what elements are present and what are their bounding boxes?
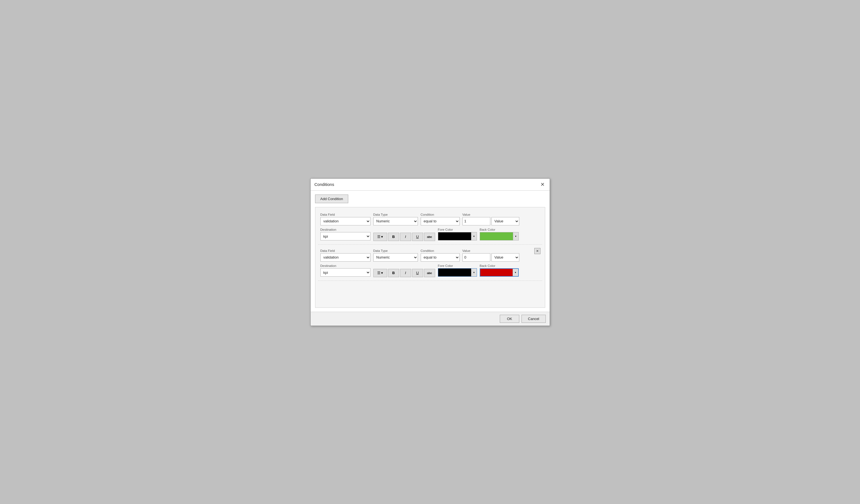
back-color-swatch [480, 232, 513, 240]
ok-button[interactable]: OK [500, 315, 519, 323]
fore-color-swatch [438, 232, 471, 240]
data-field-group: Data Field validation [320, 249, 371, 262]
back-color-label: Back Color [480, 264, 519, 267]
back-color-button[interactable]: ▾ [480, 268, 519, 277]
destination-select[interactable]: kpi [320, 232, 371, 240]
underline-button[interactable]: U [412, 269, 423, 277]
destination-label: Destination [320, 228, 371, 231]
dialog-title: Conditions [315, 182, 334, 187]
data-field-group: Data Field validation [320, 213, 371, 225]
condition-label: Condition [421, 213, 460, 216]
strikethrough-button[interactable]: abc [424, 233, 435, 241]
format-toolbar-group: ☰ ▾ B I U abc [373, 228, 435, 241]
chevron-down-icon: ▾ [381, 235, 383, 239]
dialog-close-button[interactable]: ✕ [539, 181, 546, 188]
condition-bottom-row: Destination kpi ☰ ▾ B [320, 264, 540, 277]
fore-color-swatch [438, 269, 471, 276]
data-type-group: Data Type Numeric [373, 249, 418, 262]
condition-label: Condition [421, 249, 460, 252]
data-field-select[interactable]: validation [320, 217, 371, 225]
value-input[interactable] [462, 253, 490, 262]
bold-button[interactable]: B [388, 233, 399, 241]
fore-color-label: Fore Color [438, 264, 477, 267]
italic-button[interactable]: I [400, 233, 411, 241]
dialog-body: Add Condition Data Field validation [311, 191, 550, 312]
fore-color-label: Fore Color [438, 228, 477, 231]
list-icon: ☰ [377, 271, 381, 275]
title-bar: Conditions ✕ [311, 179, 550, 191]
cancel-button[interactable]: Cancel [521, 315, 545, 323]
condition-row: ✕ Data Field validation Data Type [318, 246, 542, 281]
condition-select[interactable]: equal to [421, 253, 460, 262]
chevron-down-icon: ▾ [381, 271, 383, 275]
back-color-swatch [480, 269, 513, 276]
fore-color-button[interactable]: ▾ [438, 232, 477, 240]
data-field-select[interactable]: validation [320, 253, 371, 262]
data-type-label: Data Type [373, 249, 418, 252]
value-label: Value [462, 213, 519, 216]
underline-button[interactable]: U [412, 233, 423, 241]
list-icon: ☰ [377, 235, 381, 239]
value-group: Value Value [462, 249, 519, 262]
strikethrough-button[interactable]: abc [424, 269, 435, 277]
condition-close-button[interactable]: ✕ [534, 248, 541, 254]
value-group: Value Value [462, 213, 519, 225]
destination-label: Destination [320, 264, 371, 267]
condition-bottom-row: Destination kpi ☰ ▾ B [320, 228, 540, 241]
condition-top-row: Data Field validation Data Type Numeric [320, 249, 540, 262]
back-color-arrow: ▾ [513, 232, 518, 240]
data-type-group: Data Type Numeric [373, 213, 418, 225]
data-type-label: Data Type [373, 213, 418, 216]
back-color-label: Back Color [480, 228, 519, 231]
bold-button[interactable]: B [388, 269, 399, 277]
destination-group: Destination kpi [320, 228, 371, 240]
condition-select[interactable]: equal to [421, 217, 460, 225]
back-color-group: Back Color ▾ [480, 264, 519, 277]
data-type-select[interactable]: Numeric [373, 217, 418, 225]
condition-group: Condition equal to [421, 249, 460, 262]
list-format-button[interactable]: ☰ ▾ [373, 269, 387, 277]
data-field-label: Data Field [320, 213, 371, 216]
back-color-arrow: ▾ [513, 269, 518, 276]
condition-group: Condition equal to [421, 213, 460, 225]
condition-top-row: Data Field validation Data Type Numeric [320, 213, 540, 225]
value-input[interactable] [462, 217, 490, 225]
conditions-area: Data Field validation Data Type Numeric [315, 207, 545, 308]
fore-color-group: Fore Color ▾ [438, 264, 477, 277]
value-type-select[interactable]: Value [491, 253, 519, 262]
condition-row: Data Field validation Data Type Numeric [318, 210, 542, 244]
dialog-footer: OK Cancel [311, 312, 550, 326]
add-condition-button[interactable]: Add Condition [315, 194, 348, 203]
condition-row-inner: Data Field validation Data Type Numeric [320, 249, 540, 277]
conditions-dialog: Conditions ✕ Add Condition Data Field va… [310, 178, 550, 326]
data-type-select[interactable]: Numeric [373, 253, 418, 262]
fore-color-button[interactable]: ▾ [438, 268, 477, 277]
italic-button[interactable]: I [400, 269, 411, 277]
destination-select[interactable]: kpi [320, 268, 371, 277]
format-toolbar-group: ☰ ▾ B I U abc [373, 264, 435, 277]
list-format-button[interactable]: ☰ ▾ [373, 233, 387, 241]
fore-color-arrow: ▾ [471, 232, 477, 240]
empty-area [318, 282, 542, 305]
back-color-group: Back Color ▾ [480, 228, 519, 240]
back-color-button[interactable]: ▾ [480, 232, 519, 240]
value-label: Value [462, 249, 519, 252]
fore-color-group: Fore Color ▾ [438, 228, 477, 240]
condition-row-inner: Data Field validation Data Type Numeric [320, 213, 540, 241]
data-field-label: Data Field [320, 249, 371, 252]
fore-color-arrow: ▾ [471, 269, 477, 276]
value-type-select[interactable]: Value [491, 217, 519, 225]
destination-group: Destination kpi [320, 264, 371, 277]
